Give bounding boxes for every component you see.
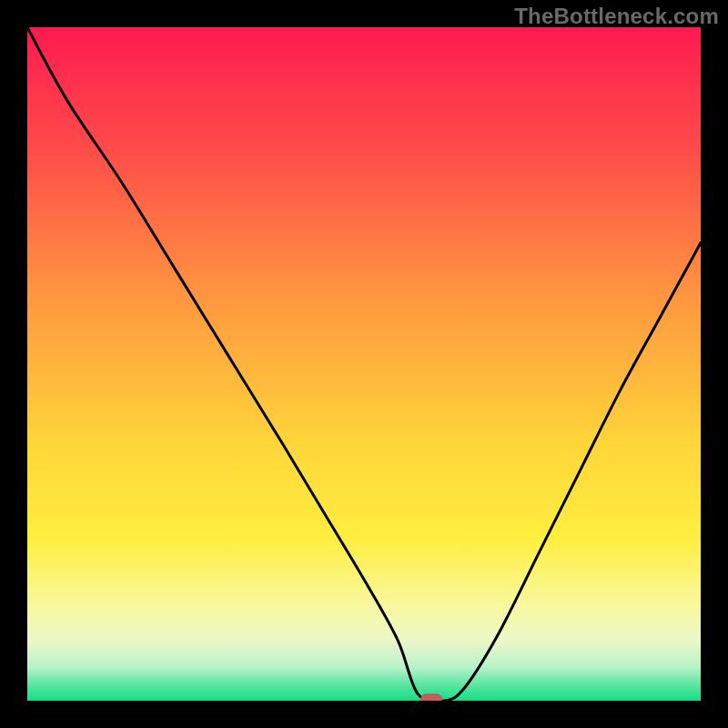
plot-area: [27, 27, 701, 701]
optimum-marker: [420, 694, 442, 702]
bottleneck-curve: [27, 27, 701, 701]
chart-frame: TheBottleneck.com: [0, 0, 728, 728]
watermark-text: TheBottleneck.com: [514, 4, 719, 29]
